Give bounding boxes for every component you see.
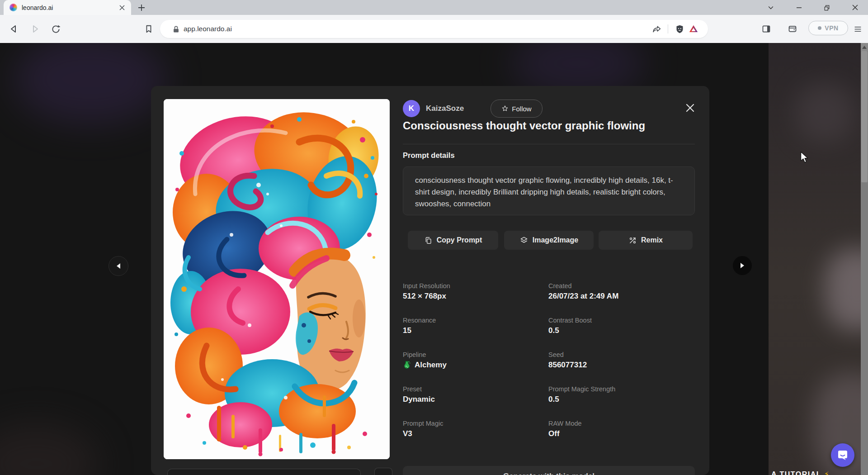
background-haze: [14, 43, 167, 124]
tab-close-button[interactable]: [116, 1, 128, 14]
screen: leonardo.ai: [0, 0, 868, 475]
wallet-icon: [788, 24, 797, 33]
remix-icon: [628, 236, 637, 245]
brave-rewards-button[interactable]: [686, 22, 701, 36]
bookmark-icon: [144, 24, 153, 33]
page-scrollbar[interactable]: [861, 43, 868, 475]
copy-prompt-label: Copy Prompt: [437, 236, 482, 244]
divider: [403, 144, 695, 144]
share-icon: [652, 24, 661, 34]
detail-created: Created 26/07/23 at 2:49 AM: [548, 282, 696, 301]
back-icon: [9, 24, 19, 34]
close-icon: [852, 4, 859, 11]
blurred-thumbnail: [825, 249, 861, 330]
browser-menu-button[interactable]: [850, 21, 865, 37]
follow-label: Follow: [512, 105, 531, 113]
layers-icon: [519, 236, 528, 245]
detail-prompt-magic: Prompt Magic V3: [403, 420, 548, 438]
avatar[interactable]: K: [403, 100, 420, 117]
window-minimize-button[interactable]: [791, 1, 807, 14]
avatar-initial: K: [409, 104, 414, 113]
previous-image-button[interactable]: [108, 256, 128, 276]
alchemy-potion-icon: [403, 361, 411, 370]
browser-toolbar: app.leonardo.ai: [0, 15, 868, 43]
tab-search-button[interactable]: [763, 1, 778, 14]
close-icon: [685, 103, 695, 113]
detail-pipeline: Pipeline Alchemy: [403, 351, 548, 370]
scrollbar-thumb[interactable]: [861, 51, 868, 182]
prompt-text-box: consciousness thought vector graphic flo…: [403, 166, 695, 215]
brave-wallet-button[interactable]: [785, 21, 800, 37]
window-restore-button[interactable]: [819, 1, 835, 14]
chevron-left-icon: [116, 263, 121, 269]
mouse-cursor: [800, 151, 811, 163]
sidebar-toggle-button[interactable]: [759, 21, 774, 37]
bookmark-button[interactable]: [141, 21, 156, 37]
tab-strip: leonardo.ai: [0, 0, 868, 15]
image-toolbar-clipped[interactable]: [167, 469, 361, 475]
image-detail-modal: K KaizaSoze Follow Consciousness thought…: [151, 86, 709, 475]
scrollbar-up-button[interactable]: [861, 43, 868, 51]
plus-icon: [138, 4, 145, 11]
url-bar[interactable]: app.leonardo.ai: [160, 20, 708, 38]
window-close-button[interactable]: [847, 1, 863, 14]
generate-with-model-button[interactable]: Generate with this model: [403, 466, 695, 475]
generation-details-grid: Input Resolution 512 × 768px Created 26/…: [403, 282, 696, 438]
chevron-right-icon: [740, 262, 745, 269]
follow-button[interactable]: Follow: [491, 100, 542, 118]
author-name[interactable]: KaizaSoze: [426, 104, 464, 113]
modal-close-button[interactable]: [681, 99, 699, 117]
copy-icon: [424, 236, 433, 245]
close-icon: [119, 5, 125, 10]
hamburger-menu-icon: [854, 25, 862, 33]
tab-title: leonardo.ai: [22, 4, 116, 11]
reload-button[interactable]: [48, 21, 63, 37]
detail-raw-mode: RAW Mode Off: [548, 420, 696, 438]
spark-icon: ⚡: [824, 470, 830, 475]
brave-shield-icon: [675, 24, 684, 34]
vpn-status-dot: [818, 26, 821, 30]
star-icon: [501, 105, 509, 112]
back-button[interactable]: [6, 21, 22, 37]
image2image-label: Image2Image: [533, 236, 578, 244]
browser-tab[interactable]: leonardo.ai: [4, 0, 131, 15]
remix-label: Remix: [641, 236, 663, 244]
chevron-down-icon: [767, 4, 774, 11]
lock-icon: [172, 25, 180, 33]
bat-triangle-icon: [689, 24, 698, 34]
divider: [668, 24, 668, 33]
brave-shields-button[interactable]: [673, 22, 686, 36]
background-feed-strip: [769, 43, 861, 475]
detail-resonance: Resonance 15: [403, 317, 548, 335]
share-button[interactable]: [650, 22, 663, 36]
url-text: app.leonardo.ai: [184, 25, 650, 33]
vpn-label: VPN: [825, 24, 838, 32]
leonardo-favicon: [9, 4, 17, 11]
detail-seed: Seed 856077312: [548, 351, 696, 370]
detail-contrast-boost: Contrast Boost 0.5: [548, 317, 696, 335]
forward-button[interactable]: [27, 21, 42, 37]
watermark-text: A TUTORIAL ⚡: [771, 470, 830, 475]
reload-icon: [51, 24, 61, 34]
image-title: Consciousness thought vector graphic flo…: [403, 119, 695, 132]
generated-image: [164, 99, 390, 459]
prompt-details-heading: Prompt details: [403, 151, 455, 160]
artwork-illustration: [164, 99, 390, 459]
generate-label: Generate with this model: [503, 472, 594, 475]
detail-preset: Preset Dynamic: [403, 385, 548, 404]
detail-prompt-magic-strength: Prompt Magic Strength 0.5: [548, 385, 696, 404]
remix-button[interactable]: Remix: [599, 231, 693, 250]
detail-input-resolution: Input Resolution 512 × 768px: [403, 282, 548, 301]
copy-prompt-button[interactable]: Copy Prompt: [408, 231, 498, 250]
chat-bubble-icon: [837, 449, 849, 461]
next-image-button[interactable]: [733, 256, 752, 275]
forward-icon: [30, 24, 40, 34]
image2image-button[interactable]: Image2Image: [504, 231, 594, 250]
new-tab-button[interactable]: [136, 2, 147, 14]
restore-icon: [823, 4, 830, 11]
background-haze: [0, 423, 99, 475]
vpn-button[interactable]: VPN: [808, 21, 848, 35]
support-chat-button[interactable]: [831, 443, 854, 467]
image-action-button-clipped[interactable]: [374, 468, 392, 475]
blurred-thumbnail: [796, 84, 854, 142]
